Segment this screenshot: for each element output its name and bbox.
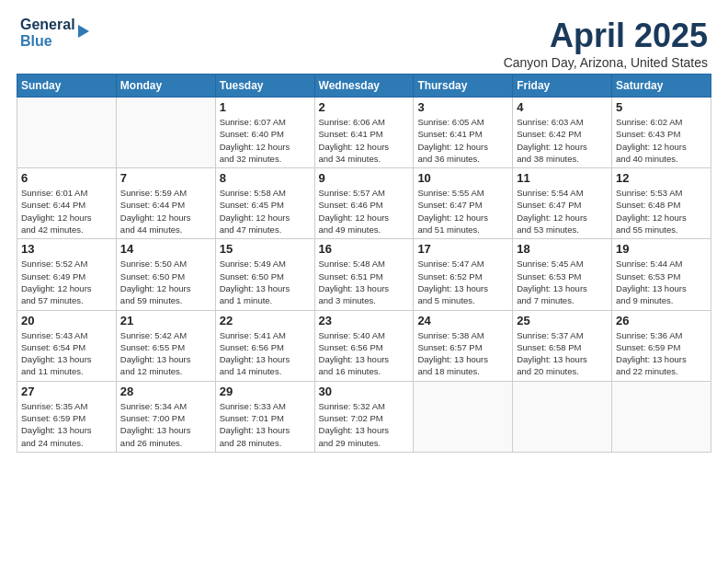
day-number: 25	[517, 314, 608, 327]
day-number: 15	[220, 242, 311, 256]
day-number: 10	[417, 171, 508, 185]
calendar-week-row: 13Sunrise: 5:52 AM Sunset: 6:49 PM Dayli…	[17, 239, 711, 310]
day-number: 14	[120, 242, 211, 256]
weekday-header: Tuesday	[215, 75, 314, 98]
weekday-header: Monday	[116, 75, 215, 98]
day-number: 27	[21, 385, 112, 398]
calendar-day-cell: 25Sunrise: 5:37 AM Sunset: 6:58 PM Dayli…	[513, 310, 612, 381]
calendar-day-cell: 14Sunrise: 5:50 AM Sunset: 6:50 PM Dayli…	[116, 239, 215, 310]
day-number: 22	[220, 314, 311, 327]
day-number: 9	[319, 171, 410, 185]
day-number: 17	[417, 242, 508, 256]
weekday-header-row: SundayMondayTuesdayWednesdayThursdayFrid…	[17, 75, 711, 98]
calendar-day-cell	[414, 381, 513, 452]
day-number: 18	[517, 242, 608, 256]
day-number: 30	[319, 385, 410, 398]
calendar-day-cell: 6Sunrise: 6:01 AM Sunset: 6:44 PM Daylig…	[17, 168, 117, 239]
day-info: Sunrise: 5:48 AM Sunset: 6:51 PM Dayligh…	[319, 258, 410, 306]
calendar-day-cell: 18Sunrise: 5:45 AM Sunset: 6:53 PM Dayli…	[513, 239, 612, 310]
calendar-day-cell: 4Sunrise: 6:03 AM Sunset: 6:42 PM Daylig…	[513, 98, 612, 168]
calendar-subtitle: Canyon Day, Arizona, United States	[504, 55, 708, 70]
title-area: April 2025 Canyon Day, Arizona, United S…	[504, 17, 708, 70]
day-number: 24	[417, 314, 508, 327]
calendar-week-row: 27Sunrise: 5:35 AM Sunset: 6:59 PM Dayli…	[17, 381, 711, 452]
calendar-day-cell: 27Sunrise: 5:35 AM Sunset: 6:59 PM Dayli…	[17, 381, 117, 452]
calendar-day-cell	[17, 98, 117, 168]
calendar-day-cell: 7Sunrise: 5:59 AM Sunset: 6:44 PM Daylig…	[116, 168, 215, 239]
day-info: Sunrise: 6:01 AM Sunset: 6:44 PM Dayligh…	[21, 187, 112, 236]
calendar-day-cell: 17Sunrise: 5:47 AM Sunset: 6:52 PM Dayli…	[414, 239, 513, 310]
calendar-day-cell	[513, 381, 612, 452]
day-info: Sunrise: 5:38 AM Sunset: 6:57 PM Dayligh…	[417, 329, 508, 378]
calendar-day-cell: 30Sunrise: 5:32 AM Sunset: 7:02 PM Dayli…	[314, 381, 414, 452]
day-number: 6	[21, 171, 112, 185]
calendar-title: April 2025	[504, 17, 708, 55]
day-info: Sunrise: 5:58 AM Sunset: 6:45 PM Dayligh…	[220, 187, 311, 236]
logo: General Blue	[20, 17, 89, 49]
calendar-day-cell: 29Sunrise: 5:33 AM Sunset: 7:01 PM Dayli…	[215, 381, 314, 452]
day-info: Sunrise: 5:57 AM Sunset: 6:46 PM Dayligh…	[319, 187, 410, 236]
day-info: Sunrise: 6:07 AM Sunset: 6:40 PM Dayligh…	[220, 116, 311, 165]
day-info: Sunrise: 5:59 AM Sunset: 6:44 PM Dayligh…	[120, 187, 211, 236]
calendar-day-cell	[116, 98, 215, 168]
day-info: Sunrise: 5:35 AM Sunset: 6:59 PM Dayligh…	[21, 400, 112, 449]
weekday-header: Friday	[513, 75, 612, 98]
logo-blue: Blue	[20, 33, 75, 50]
day-info: Sunrise: 6:05 AM Sunset: 6:41 PM Dayligh…	[417, 116, 508, 165]
calendar-day-cell: 15Sunrise: 5:49 AM Sunset: 6:50 PM Dayli…	[215, 239, 314, 310]
calendar-day-cell: 28Sunrise: 5:34 AM Sunset: 7:00 PM Dayli…	[116, 381, 215, 452]
calendar-day-cell: 2Sunrise: 6:06 AM Sunset: 6:41 PM Daylig…	[314, 98, 414, 168]
calendar-day-cell: 19Sunrise: 5:44 AM Sunset: 6:53 PM Dayli…	[612, 239, 711, 310]
calendar-day-cell: 3Sunrise: 6:05 AM Sunset: 6:41 PM Daylig…	[414, 98, 513, 168]
calendar-week-row: 1Sunrise: 6:07 AM Sunset: 6:40 PM Daylig…	[17, 98, 711, 168]
day-number: 8	[220, 171, 311, 185]
day-info: Sunrise: 5:53 AM Sunset: 6:48 PM Dayligh…	[616, 187, 707, 236]
calendar-day-cell: 23Sunrise: 5:40 AM Sunset: 6:56 PM Dayli…	[314, 310, 414, 381]
day-info: Sunrise: 5:50 AM Sunset: 6:50 PM Dayligh…	[120, 258, 211, 306]
day-number: 7	[120, 171, 211, 185]
weekday-header: Saturday	[612, 75, 711, 98]
calendar-day-cell: 9Sunrise: 5:57 AM Sunset: 6:46 PM Daylig…	[314, 168, 414, 239]
calendar-day-cell	[612, 381, 711, 452]
calendar-day-cell: 16Sunrise: 5:48 AM Sunset: 6:51 PM Dayli…	[314, 239, 414, 310]
calendar-table: SundayMondayTuesdayWednesdayThursdayFrid…	[17, 74, 711, 453]
day-info: Sunrise: 5:49 AM Sunset: 6:50 PM Dayligh…	[220, 258, 311, 306]
day-number: 21	[120, 314, 211, 327]
day-info: Sunrise: 6:02 AM Sunset: 6:43 PM Dayligh…	[616, 116, 707, 165]
calendar-day-cell: 21Sunrise: 5:42 AM Sunset: 6:55 PM Dayli…	[116, 310, 215, 381]
day-info: Sunrise: 5:32 AM Sunset: 7:02 PM Dayligh…	[319, 400, 410, 449]
day-number: 26	[616, 314, 707, 327]
day-number: 1	[220, 100, 311, 114]
day-number: 28	[120, 385, 211, 398]
day-number: 2	[319, 100, 410, 114]
day-info: Sunrise: 5:36 AM Sunset: 6:59 PM Dayligh…	[616, 329, 707, 378]
day-number: 12	[616, 171, 707, 185]
day-info: Sunrise: 5:54 AM Sunset: 6:47 PM Dayligh…	[517, 187, 608, 236]
day-info: Sunrise: 5:37 AM Sunset: 6:58 PM Dayligh…	[517, 329, 608, 378]
page-header: General Blue April 2025 Canyon Day, Ariz…	[9, 9, 719, 74]
day-number: 4	[517, 100, 608, 114]
day-number: 13	[21, 242, 112, 256]
calendar-week-row: 20Sunrise: 5:43 AM Sunset: 6:54 PM Dayli…	[17, 310, 711, 381]
day-info: Sunrise: 5:33 AM Sunset: 7:01 PM Dayligh…	[220, 400, 311, 449]
day-info: Sunrise: 5:44 AM Sunset: 6:53 PM Dayligh…	[616, 258, 707, 306]
day-info: Sunrise: 6:06 AM Sunset: 6:41 PM Dayligh…	[319, 116, 410, 165]
day-info: Sunrise: 5:41 AM Sunset: 6:56 PM Dayligh…	[220, 329, 311, 378]
day-info: Sunrise: 5:43 AM Sunset: 6:54 PM Dayligh…	[21, 329, 112, 378]
day-info: Sunrise: 5:40 AM Sunset: 6:56 PM Dayligh…	[319, 329, 410, 378]
calendar-day-cell: 10Sunrise: 5:55 AM Sunset: 6:47 PM Dayli…	[414, 168, 513, 239]
calendar-day-cell: 5Sunrise: 6:02 AM Sunset: 6:43 PM Daylig…	[612, 98, 711, 168]
calendar-day-cell: 8Sunrise: 5:58 AM Sunset: 6:45 PM Daylig…	[215, 168, 314, 239]
day-info: Sunrise: 5:47 AM Sunset: 6:52 PM Dayligh…	[417, 258, 508, 306]
day-number: 3	[417, 100, 508, 114]
calendar-day-cell: 22Sunrise: 5:41 AM Sunset: 6:56 PM Dayli…	[215, 310, 314, 381]
day-number: 29	[220, 385, 311, 398]
logo-arrow-icon	[78, 25, 89, 38]
calendar-day-cell: 20Sunrise: 5:43 AM Sunset: 6:54 PM Dayli…	[17, 310, 117, 381]
calendar-week-row: 6Sunrise: 6:01 AM Sunset: 6:44 PM Daylig…	[17, 168, 711, 239]
day-info: Sunrise: 5:52 AM Sunset: 6:49 PM Dayligh…	[21, 258, 112, 306]
day-number: 11	[517, 171, 608, 185]
weekday-header: Sunday	[17, 75, 117, 98]
calendar-day-cell: 12Sunrise: 5:53 AM Sunset: 6:48 PM Dayli…	[612, 168, 711, 239]
calendar-day-cell: 24Sunrise: 5:38 AM Sunset: 6:57 PM Dayli…	[414, 310, 513, 381]
